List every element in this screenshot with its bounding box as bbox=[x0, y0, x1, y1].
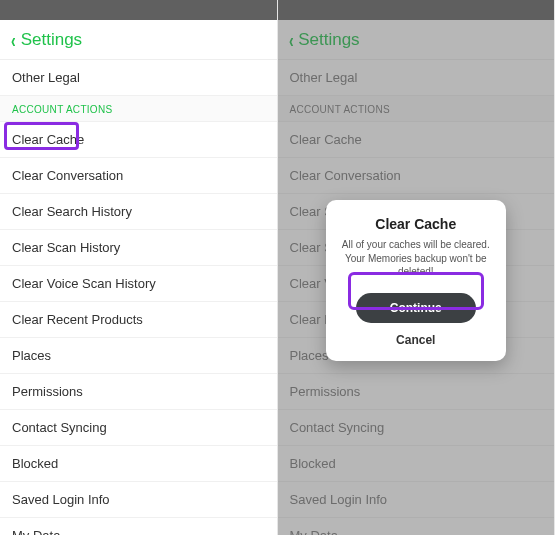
list-item[interactable]: Clear Scan History bbox=[0, 230, 277, 266]
header-title: Settings bbox=[21, 30, 82, 50]
list-item-clear-cache[interactable]: Clear Cache bbox=[0, 122, 277, 158]
dialog-title: Clear Cache bbox=[338, 216, 494, 232]
list-item[interactable]: My Data bbox=[278, 518, 555, 535]
list-item[interactable]: Blocked bbox=[0, 446, 277, 482]
cancel-button[interactable]: Cancel bbox=[338, 333, 494, 347]
back-chevron-icon[interactable]: ‹ bbox=[289, 30, 294, 50]
list-item[interactable]: Contact Syncing bbox=[0, 410, 277, 446]
continue-button[interactable]: Continue bbox=[356, 293, 476, 323]
list-item[interactable]: My Data bbox=[0, 518, 277, 535]
list-item[interactable]: Permissions bbox=[0, 374, 277, 410]
list-item[interactable]: Contact Syncing bbox=[278, 410, 555, 446]
list-item[interactable]: Blocked bbox=[278, 446, 555, 482]
settings-header: ‹ Settings bbox=[278, 20, 555, 60]
list-item[interactable]: Clear Search History bbox=[0, 194, 277, 230]
list-item[interactable]: Saved Login Info bbox=[278, 482, 555, 518]
section-header-account-actions: ACCOUNT ACTIONS bbox=[278, 96, 555, 122]
clear-cache-dialog: Clear Cache All of your caches will be c… bbox=[326, 200, 506, 361]
status-bar bbox=[278, 0, 555, 20]
section-header-account-actions: ACCOUNT ACTIONS bbox=[0, 96, 277, 122]
dialog-message: All of your caches will be cleared. Your… bbox=[338, 238, 494, 279]
back-chevron-icon[interactable]: ‹ bbox=[11, 30, 16, 50]
list-item[interactable]: Clear Conversation bbox=[0, 158, 277, 194]
list-item[interactable]: Other Legal bbox=[278, 60, 555, 96]
list-item[interactable]: Clear Voice Scan History bbox=[0, 266, 277, 302]
screenshot-left: ‹ Settings Other Legal ACCOUNT ACTIONS C… bbox=[0, 0, 278, 535]
list-item[interactable]: Saved Login Info bbox=[0, 482, 277, 518]
list-item[interactable]: Places bbox=[0, 338, 277, 374]
settings-header: ‹ Settings bbox=[0, 20, 277, 60]
screenshot-right: ‹ Settings Other Legal ACCOUNT ACTIONS C… bbox=[278, 0, 556, 535]
status-bar bbox=[0, 0, 277, 20]
list-item-clear-cache[interactable]: Clear Cache bbox=[278, 122, 555, 158]
list-item[interactable]: Other Legal bbox=[0, 60, 277, 96]
list-item[interactable]: Clear Conversation bbox=[278, 158, 555, 194]
header-title: Settings bbox=[298, 30, 359, 50]
list-item[interactable]: Clear Recent Products bbox=[0, 302, 277, 338]
settings-list: Other Legal ACCOUNT ACTIONS Clear Cache … bbox=[0, 60, 277, 535]
list-item[interactable]: Permissions bbox=[278, 374, 555, 410]
